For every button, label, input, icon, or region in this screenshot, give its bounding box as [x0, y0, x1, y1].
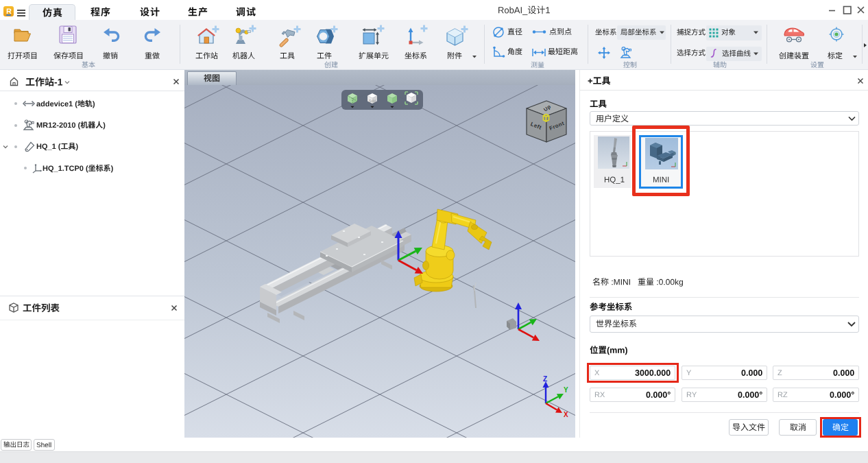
- svg-text:Z: Z: [543, 375, 547, 383]
- svg-text:Y: Y: [564, 386, 568, 394]
- svg-text:Solid: Solid: [369, 99, 376, 103]
- svg-text:X: X: [564, 411, 568, 418]
